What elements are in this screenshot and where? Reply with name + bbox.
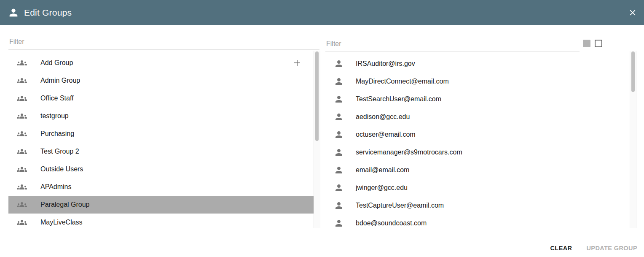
dialog-header: Edit Groups bbox=[0, 0, 644, 25]
person-icon bbox=[334, 76, 344, 87]
group-list-item[interactable]: Office Staff bbox=[8, 89, 314, 107]
person-icon bbox=[8, 7, 19, 19]
user-email: email@email.com bbox=[356, 166, 409, 174]
group-label: Admin Group bbox=[40, 77, 80, 84]
group-label: Office Staff bbox=[40, 95, 74, 102]
group-list-item[interactable]: Outside Users bbox=[8, 160, 314, 178]
scrollbar-thumb[interactable] bbox=[315, 51, 319, 141]
group-label: Add Group bbox=[40, 59, 73, 67]
groups-icon bbox=[17, 182, 27, 192]
group-list-item[interactable]: Purchasing bbox=[8, 125, 314, 143]
user-email: IRSAuditor@irs.gov bbox=[356, 60, 415, 68]
person-icon bbox=[334, 130, 344, 140]
group-list-item[interactable]: MayLiveClass bbox=[8, 214, 314, 228]
add-group-button[interactable] bbox=[292, 58, 302, 68]
user-list-item[interactable]: jwinger@gcc.edu bbox=[325, 179, 630, 197]
person-icon bbox=[334, 218, 344, 228]
update-group-button[interactable]: UPDATE GROUP bbox=[582, 241, 641, 255]
group-filter-input[interactable] bbox=[8, 37, 319, 50]
user-list-item[interactable]: IRSAuditor@irs.gov bbox=[325, 55, 630, 73]
user-email: servicemanager@s9motrocars.com bbox=[356, 149, 462, 156]
user-email: bdoe@soundcoast.com bbox=[356, 219, 427, 227]
user-list-item[interactable]: MayDirectConnect@email.com bbox=[325, 73, 630, 90]
groups-icon bbox=[17, 217, 27, 227]
person-icon bbox=[334, 112, 344, 122]
group-list-item[interactable]: Admin Group bbox=[8, 72, 314, 89]
group-label: Purchasing bbox=[40, 130, 74, 138]
group-list-item[interactable]: APAdmins bbox=[8, 178, 314, 196]
groups-icon bbox=[17, 164, 27, 174]
user-list: IRSAuditor@irs.gov MayDirectConnect@emai… bbox=[325, 51, 630, 228]
groups-icon bbox=[17, 58, 27, 68]
person-icon bbox=[334, 200, 344, 211]
filled-square-checkbox-icon[interactable] bbox=[583, 40, 590, 47]
group-label: Test Group 2 bbox=[40, 148, 79, 155]
empty-square-checkbox-icon[interactable] bbox=[595, 40, 602, 47]
clear-button[interactable]: CLEAR bbox=[546, 241, 577, 255]
person-icon bbox=[334, 165, 344, 175]
user-list-item[interactable]: email@email.com bbox=[325, 161, 630, 179]
group-label: Outside Users bbox=[40, 165, 83, 173]
person-icon bbox=[334, 183, 344, 193]
groups-icon bbox=[17, 200, 27, 210]
group-list-item[interactable]: Paralegal Group bbox=[8, 196, 314, 214]
close-icon[interactable] bbox=[626, 6, 639, 19]
edit-groups-dialog: Edit Groups Add Group Admin Group Office… bbox=[0, 0, 644, 257]
dialog-actions: CLEAR UPDATE GROUP bbox=[546, 241, 642, 255]
user-list-item[interactable]: aedison@gcc.edu bbox=[325, 108, 630, 126]
group-label: Paralegal Group bbox=[40, 201, 90, 208]
scrollbar-thumb[interactable] bbox=[631, 51, 635, 92]
groups-icon bbox=[17, 93, 27, 103]
user-list-item[interactable]: servicemanager@s9motrocars.com bbox=[325, 143, 630, 161]
user-email: MayDirectConnect@email.com bbox=[356, 78, 449, 85]
groups-icon bbox=[17, 146, 27, 157]
user-list-item[interactable]: TestSearchUser@email.com bbox=[325, 90, 630, 108]
group-label: APAdmins bbox=[40, 183, 72, 191]
user-list-item[interactable]: octuser@email.com bbox=[325, 126, 630, 143]
group-list: Add Group Admin Group Office Staff testg… bbox=[0, 51, 314, 228]
user-list-item[interactable]: TestCaptureUser@eamil.com bbox=[325, 197, 630, 214]
user-email: octuser@email.com bbox=[356, 131, 416, 138]
dialog-title: Edit Groups bbox=[24, 8, 72, 18]
groups-icon bbox=[17, 111, 27, 121]
group-list-item[interactable]: Test Group 2 bbox=[8, 143, 314, 160]
user-filter-input[interactable] bbox=[325, 39, 580, 52]
groups-icon bbox=[17, 129, 27, 139]
user-email: TestSearchUser@email.com bbox=[356, 95, 441, 103]
person-icon bbox=[334, 59, 344, 69]
user-list-scrollbar[interactable] bbox=[630, 51, 636, 228]
user-email: jwinger@gcc.edu bbox=[356, 184, 408, 192]
group-list-scrollbar[interactable] bbox=[314, 51, 320, 228]
group-list-item[interactable]: Add Group bbox=[8, 54, 314, 72]
group-list-item[interactable]: testgroup bbox=[8, 107, 314, 125]
person-icon bbox=[334, 147, 344, 157]
user-email: aedison@gcc.edu bbox=[356, 113, 410, 121]
groups-icon bbox=[17, 76, 27, 86]
user-list-item[interactable]: bdoe@soundcoast.com bbox=[325, 214, 630, 228]
user-email: TestCaptureUser@eamil.com bbox=[356, 202, 444, 209]
group-label: testgroup bbox=[40, 112, 69, 120]
group-label: MayLiveClass bbox=[40, 219, 83, 226]
person-icon bbox=[334, 94, 344, 104]
